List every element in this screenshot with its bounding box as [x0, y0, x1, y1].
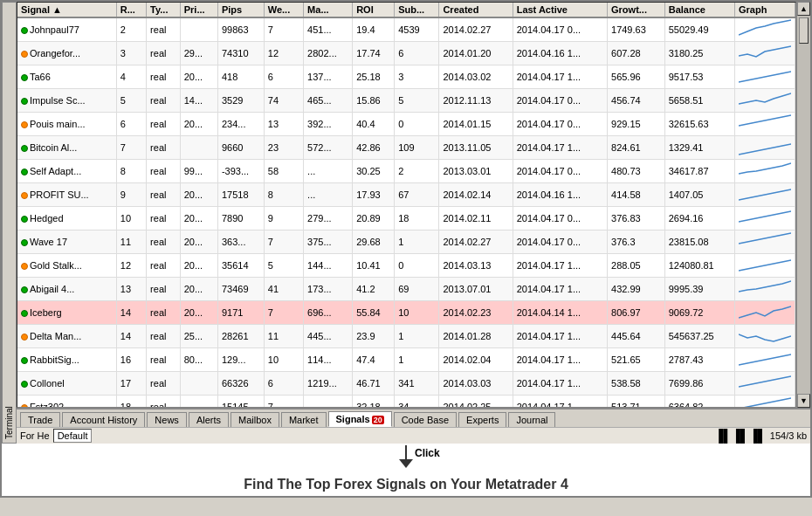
- cell-balance: 5658.51: [664, 89, 734, 113]
- col-type[interactable]: Ty...: [147, 3, 181, 17]
- table-row[interactable]: Abigail 4... 13 real 20... 73469 41 173.…: [17, 278, 795, 301]
- cell-sub: 0: [395, 113, 439, 136]
- cell-created: 2014.02.23: [439, 301, 513, 325]
- cell-graph: [735, 136, 795, 160]
- cell-sub: 69: [395, 278, 439, 301]
- cell-we: 12: [264, 42, 303, 65]
- col-created[interactable]: Created: [439, 3, 513, 17]
- for-he-label: For He: [20, 430, 50, 441]
- cell-pri: 25...: [180, 325, 217, 348]
- cell-signal: Pouis main...: [17, 113, 116, 136]
- status-kb: 154/3 kb: [770, 430, 807, 441]
- col-last-active[interactable]: Last Active: [513, 3, 607, 17]
- cell-graph: [735, 160, 795, 183]
- cell-graph: [735, 17, 795, 42]
- cell-last-active: 2014.04.17 1...: [513, 136, 607, 160]
- tab-code-base[interactable]: Code Base: [394, 412, 457, 427]
- cell-balance: 3180.25: [664, 42, 734, 65]
- col-r[interactable]: R...: [116, 3, 146, 17]
- col-balance[interactable]: Balance: [664, 3, 734, 17]
- col-sub[interactable]: Sub...: [395, 3, 439, 17]
- table-row[interactable]: Iceberg 14 real 20... 9171 7 696... 55.8…: [17, 301, 795, 325]
- cell-we: 6: [264, 372, 303, 396]
- cell-we: 10: [264, 348, 303, 372]
- cell-pips: -393...: [217, 160, 264, 183]
- cell-graph: [735, 207, 795, 230]
- cell-last-active: 2014.04.17 1...: [513, 65, 607, 89]
- cell-we: 7: [264, 17, 303, 42]
- tab-signals[interactable]: Signals20: [328, 411, 392, 427]
- cell-type: real: [147, 230, 181, 254]
- cell-pips: 418: [217, 65, 264, 89]
- tab-journal[interactable]: Journal: [508, 412, 555, 427]
- col-we[interactable]: We...: [264, 3, 303, 17]
- cell-last-active: 2014.04.14 1...: [513, 301, 607, 325]
- table-row[interactable]: Pouis main... 6 real 20... 234... 13 392…: [17, 113, 795, 136]
- cell-roi: 40.4: [353, 113, 395, 136]
- table-row[interactable]: Ta66 4 real 20... 418 6 137... 25.18 3 2…: [17, 65, 795, 89]
- table-row[interactable]: Johnpaul77 2 real 99863 7 451... 19.4 45…: [17, 17, 795, 42]
- scrollbar[interactable]: ▲ ▼: [796, 2, 810, 408]
- cell-last-active: 2014.04.17 0...: [513, 89, 607, 113]
- signals-table: Signal ▲ R... Ty... Pri... Pips We... Ma…: [17, 3, 795, 408]
- cell-roi: 23.9: [353, 325, 395, 348]
- table-row[interactable]: Orangefor... 3 real 29... 74310 12 2802.…: [17, 42, 795, 65]
- scroll-down-btn[interactable]: ▼: [797, 394, 810, 408]
- table-row[interactable]: Bitcoin Al... 7 real 9660 23 572... 42.8…: [17, 136, 795, 160]
- cell-pips: 129...: [217, 348, 264, 372]
- cell-type: real: [147, 278, 181, 301]
- cell-balance: 2787.43: [664, 348, 734, 372]
- cell-growth: 806.97: [608, 301, 665, 325]
- col-pips[interactable]: Pips: [217, 3, 264, 17]
- cell-pri: 20...: [180, 301, 217, 325]
- col-growth[interactable]: Growt...: [608, 3, 665, 17]
- cell-pips: 9171: [217, 301, 264, 325]
- table-row[interactable]: Delta Man... 14 real 25... 28261 11 445.…: [17, 325, 795, 348]
- default-dropdown[interactable]: Default: [53, 429, 93, 443]
- cell-created: 2014.02.25: [439, 396, 513, 409]
- tab-market[interactable]: Market: [281, 412, 327, 427]
- tab-mailbox[interactable]: Mailbox: [231, 412, 279, 427]
- tab-trade[interactable]: Trade: [20, 412, 60, 427]
- col-roi[interactable]: ROI: [353, 3, 395, 17]
- table-row[interactable]: RabbitSig... 16 real 80... 129... 10 114…: [17, 348, 795, 372]
- cell-balance: 23815.08: [664, 230, 734, 254]
- cell-roi: 46.71: [353, 372, 395, 396]
- tab-alerts[interactable]: Alerts: [189, 412, 229, 427]
- tab-experts[interactable]: Experts: [458, 412, 506, 427]
- cell-r: 12: [116, 254, 146, 278]
- cell-signal: Delta Man...: [17, 325, 116, 348]
- tab-account-history[interactable]: Account History: [62, 412, 145, 427]
- scroll-up-btn[interactable]: ▲: [797, 2, 810, 16]
- cell-created: 2014.03.03: [439, 372, 513, 396]
- cell-sub: 1: [395, 325, 439, 348]
- cell-type: real: [147, 136, 181, 160]
- table-row[interactable]: Self Adapt... 8 real 99... -393... 58 ..…: [17, 160, 795, 183]
- cell-pri: [180, 17, 217, 42]
- cell-growth: 288.05: [608, 254, 665, 278]
- table-row[interactable]: Wave 17 11 real 20... 363... 7 375... 29…: [17, 230, 795, 254]
- table-row[interactable]: Fstz302 18 real 15145 7 ... 32.18 34 201…: [17, 396, 795, 409]
- cell-balance: 6364.82: [664, 396, 734, 409]
- cell-r: 13: [116, 278, 146, 301]
- table-row[interactable]: PROFIT SU... 9 real 20... 17518 8 ... 17…: [17, 183, 795, 207]
- cell-balance: 1407.05: [664, 183, 734, 207]
- cell-growth: 565.96: [608, 65, 665, 89]
- col-graph[interactable]: Graph: [735, 3, 795, 17]
- cell-created: 2014.02.14: [439, 183, 513, 207]
- cell-we: 6: [264, 65, 303, 89]
- table-row[interactable]: Gold Stalk... 12 real 20... 35614 5 144.…: [17, 254, 795, 278]
- col-ma[interactable]: Ma...: [304, 3, 353, 17]
- cell-roi: 55.84: [353, 301, 395, 325]
- cell-growth: 376.3: [608, 230, 665, 254]
- tab-news[interactable]: News: [147, 412, 187, 427]
- cell-ma: 279...: [304, 207, 353, 230]
- table-row[interactable]: Impulse Sc... 5 real 14... 3529 74 465..…: [17, 89, 795, 113]
- table-row[interactable]: Hedged 10 real 20... 7890 9 279... 20.89…: [17, 207, 795, 230]
- cell-pips: 73469: [217, 278, 264, 301]
- col-signal[interactable]: Signal ▲: [17, 3, 116, 17]
- col-pri[interactable]: Pri...: [180, 3, 217, 17]
- table-row[interactable]: Collonel 17 real 66326 6 1219... 46.71 3…: [17, 372, 795, 396]
- cell-last-active: 2014.04.17 1...: [513, 348, 607, 372]
- cell-graph: [735, 325, 795, 348]
